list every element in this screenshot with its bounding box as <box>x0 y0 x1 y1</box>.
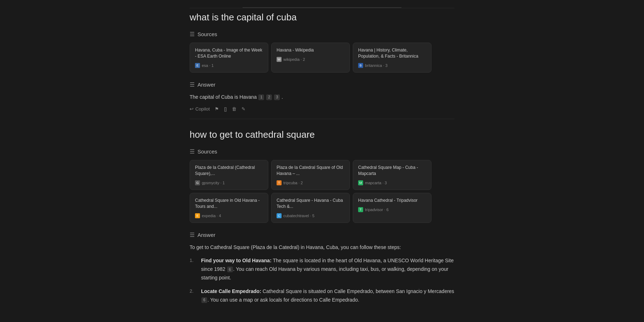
source-card-title-tripcuba: Plaza de la Catedral Square of Old Havan… <box>277 165 345 177</box>
source-site-tripadvisor: tripadvisor · 6 <box>365 208 389 212</box>
answer-list-2: 1. Find your way to Old Havana: The squa… <box>190 257 454 304</box>
source-card-tripadvisor[interactable]: Havana Cathedral - Tripadvisor T tripadv… <box>353 193 431 223</box>
page-container: what is the capital of cuba ☰ Sources Ha… <box>182 0 462 322</box>
source-site-esa: esa · 1 <box>202 63 214 68</box>
answer-section-2: ☰ Answer To get to Cathedral Square (Pla… <box>190 231 454 304</box>
source-card-meta-britannica: B britannica · 3 <box>358 63 426 68</box>
trash-icon: 🗑 <box>232 106 236 112</box>
answer-text-1: The capital of Cuba is Havana 1 2 3 . <box>190 93 454 102</box>
source-card-title-britannica: Havana | History, Climate, Population, &… <box>358 47 426 59</box>
source-card-title-cubatechtravel: Cathedral Square - Havana - Cuba Tech &.… <box>277 197 345 210</box>
favicon-wikipedia: W <box>277 57 282 62</box>
answer-intro-2: To get to Cathedral Square (Plaza de la … <box>190 243 454 252</box>
answer-step-1: 1. Find your way to Old Havana: The squa… <box>190 257 454 282</box>
query-block-1: what is the capital of cuba ☰ Sources Ha… <box>190 12 454 112</box>
sources-grid-2: Plaza de la Catedral (Cathedral Square),… <box>190 160 454 223</box>
answer-header-2: ☰ Answer <box>190 231 454 238</box>
bookmark-button[interactable]: ⚑ <box>215 106 219 112</box>
sources-icon-1: ☰ <box>190 31 195 38</box>
source-card-meta-gpsmycity: G gpsmycity · 1 <box>195 180 263 185</box>
sources-grid-1: Havana, Cuba - Image of the Week - ESA E… <box>190 43 454 73</box>
source-card-title-mapcarta: Cathedral Square Map - Cuba - Mapcarta <box>358 165 426 177</box>
source-card-wikipedia[interactable]: Havana - Wikipedia W wikipedia · 2 <box>271 43 350 73</box>
favicon-mapcarta: M <box>358 180 363 185</box>
action-bar-1: ↩ Copilot ⚑ [] 🗑 ✎ <box>190 106 454 112</box>
sources-header-2: ☰ Sources <box>190 148 454 155</box>
favicon-cubatechtravel: C <box>277 213 282 218</box>
source-card-expedia[interactable]: Cathedral Square in Old Havana - Tours a… <box>190 193 268 223</box>
source-card-title-gpsmycity: Plaza de la Catedral (Cathedral Square),… <box>195 165 263 177</box>
source-card-meta-tripcuba: T tripcuba · 2 <box>277 180 345 185</box>
favicon-britannica: B <box>358 63 363 68</box>
source-card-meta-cubatechtravel: C cubatechtravel · 5 <box>277 213 345 218</box>
source-card-meta-expedia: E expedia · 4 <box>195 213 263 218</box>
favicon-gpsmycity: G <box>195 180 200 185</box>
favicon-tripcuba: T <box>277 180 282 185</box>
query-title-2: how to get to cathedral square <box>190 129 454 140</box>
source-card-meta-esa: E esa · 1 <box>195 63 263 68</box>
favicon-esa: E <box>195 63 200 68</box>
source-site-cubatechtravel: cubatechtravel · 5 <box>283 214 314 218</box>
source-site-gpsmycity: gpsmycity · 1 <box>202 181 225 185</box>
source-card-meta-wikipedia: W wikipedia · 2 <box>277 57 345 62</box>
answer-step-2: 2. Locate Calle Empedrado: Cathedral Squ… <box>190 287 454 304</box>
step-number-1: 1. <box>190 257 197 282</box>
query-title-1: what is the capital of cuba <box>190 12 454 23</box>
source-card-title-tripadvisor: Havana Cathedral - Tripadvisor <box>358 197 426 204</box>
source-card-tripcuba[interactable]: Plaza de la Catedral Square of Old Havan… <box>271 160 350 190</box>
step-content-2: Locate Calle Empedrado: Cathedral Square… <box>201 287 454 304</box>
step-content-1: Find your way to Old Havana: The square … <box>201 257 454 282</box>
answer-icon-2: ☰ <box>190 231 195 238</box>
sources-label-2: Sources <box>197 148 217 155</box>
step-bold-1: Find your way to Old Havana: <box>201 258 272 263</box>
source-site-tripcuba: tripcuba · 2 <box>283 181 303 185</box>
edit-button[interactable]: ✎ <box>241 106 245 112</box>
copilot-label: Copilot <box>195 106 210 112</box>
edit-icon: ✎ <box>241 106 245 112</box>
query-block-2: how to get to cathedral square ☰ Sources… <box>190 129 454 304</box>
source-site-mapcarta: mapcarta · 3 <box>365 181 387 185</box>
top-bar <box>190 7 454 8</box>
sources-header-1: ☰ Sources <box>190 31 454 38</box>
answer-section-1: ☰ Answer The capital of Cuba is Havana 1… <box>190 81 454 112</box>
citation-1-2[interactable]: 2 <box>266 94 272 100</box>
bookmark-icon: ⚑ <box>215 106 219 112</box>
favicon-expedia: E <box>195 213 200 218</box>
source-card-title-wikipedia: Havana - Wikipedia <box>277 47 345 53</box>
bracket-button[interactable]: [] <box>224 106 226 112</box>
bracket-icon: [] <box>224 106 226 112</box>
source-card-title-esa: Havana, Cuba - Image of the Week - ESA E… <box>195 47 263 59</box>
source-card-meta-mapcarta: M mapcarta · 3 <box>358 180 426 185</box>
answer-label-1: Answer <box>197 82 215 88</box>
favicon-tripadvisor: T <box>358 207 363 212</box>
source-site-wikipedia: wikipedia · 2 <box>283 57 305 62</box>
citation-1-1[interactable]: 1 <box>258 94 264 100</box>
citation-2-6a[interactable]: 6 <box>227 267 233 272</box>
source-site-expedia: expedia · 4 <box>202 214 221 218</box>
copilot-icon: ↩ <box>190 106 194 112</box>
step-number-2: 2. <box>190 287 197 304</box>
source-card-esa[interactable]: Havana, Cuba - Image of the Week - ESA E… <box>190 43 268 73</box>
step-bold-2: Locate Calle Empedrado: <box>201 288 261 294</box>
source-card-title-expedia: Cathedral Square in Old Havana - Tours a… <box>195 197 263 210</box>
divider-1 <box>190 119 454 119</box>
sources-label-1: Sources <box>197 31 217 37</box>
source-card-cubatechtravel[interactable]: Cathedral Square - Havana - Cuba Tech &.… <box>271 193 350 223</box>
citation-2-6b[interactable]: 6 <box>201 297 207 303</box>
answer-header-1: ☰ Answer <box>190 81 454 88</box>
answer-main-text-1: The capital of Cuba is Havana <box>190 94 257 100</box>
sources-icon-2: ☰ <box>190 148 195 155</box>
citation-1-3[interactable]: 3 <box>274 94 280 100</box>
answer-icon-1: ☰ <box>190 81 195 88</box>
source-site-britannica: britannica · 3 <box>365 63 387 68</box>
source-card-meta-tripadvisor: T tripadvisor · 6 <box>358 207 426 212</box>
source-card-gpsmycity[interactable]: Plaza de la Catedral (Cathedral Square),… <box>190 160 268 190</box>
delete-button[interactable]: 🗑 <box>232 106 236 112</box>
answer-label-2: Answer <box>197 232 215 238</box>
copilot-button[interactable]: ↩ Copilot <box>190 106 210 112</box>
source-card-britannica[interactable]: Havana | History, Climate, Population, &… <box>353 43 431 73</box>
source-card-mapcarta[interactable]: Cathedral Square Map - Cuba - Mapcarta M… <box>353 160 431 190</box>
